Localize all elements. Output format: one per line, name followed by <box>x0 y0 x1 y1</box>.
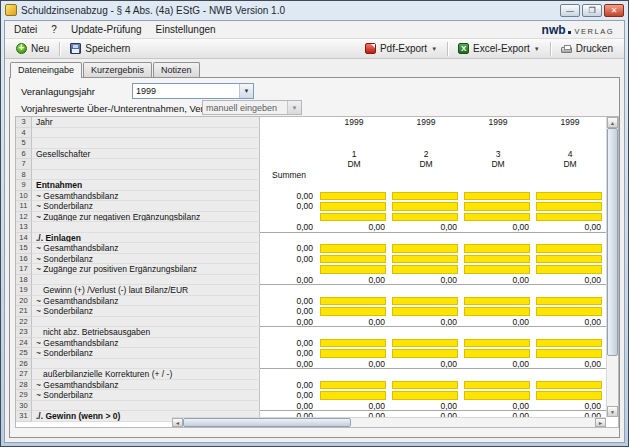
input-cell[interactable] <box>536 213 602 222</box>
input-cell[interactable] <box>392 297 458 306</box>
row-number: 27 <box>16 369 32 380</box>
input-cell[interactable] <box>392 349 458 358</box>
input-cell[interactable] <box>320 339 386 348</box>
tabstrip: DateneingabeKurzergebnisNotizen <box>5 59 624 77</box>
input-cell[interactable] <box>464 255 530 264</box>
summen-value: 0,00 <box>260 222 318 233</box>
input-cell[interactable] <box>464 391 530 400</box>
input-cell[interactable] <box>392 381 458 390</box>
menu-item-einstellungen[interactable]: Einstellungen <box>149 23 223 36</box>
row-label <box>32 222 260 233</box>
input-cell[interactable] <box>464 265 530 274</box>
close-button[interactable]: ✕ <box>604 4 624 17</box>
maximize-button[interactable]: ❐ <box>582 4 602 17</box>
vertical-scroll-track[interactable] <box>607 356 618 406</box>
grid-cell <box>462 138 534 149</box>
input-cell[interactable] <box>320 381 386 390</box>
input-cell[interactable] <box>464 202 530 211</box>
input-cell[interactable] <box>464 213 530 222</box>
input-cell[interactable] <box>536 307 602 316</box>
input-cell[interactable] <box>392 339 458 348</box>
input-cell[interactable] <box>536 297 602 306</box>
input-cell[interactable] <box>464 297 530 306</box>
menu-item-update-pr-fung[interactable]: Update-Prüfung <box>64 23 149 36</box>
minimize-button[interactable]: — <box>560 4 580 17</box>
input-cell[interactable] <box>464 307 530 316</box>
input-cell[interactable] <box>536 202 602 211</box>
chevron-down-icon[interactable]: ▼ <box>431 46 437 52</box>
input-cell[interactable] <box>392 307 458 316</box>
input-cell[interactable] <box>320 349 386 358</box>
excel-export-button[interactable]: Excel-Export▼ <box>451 41 547 56</box>
grid-cell: 0,00 <box>534 275 606 286</box>
input-cell[interactable] <box>392 202 458 211</box>
input-cell[interactable] <box>320 202 386 211</box>
scroll-right-icon[interactable]: ► <box>595 418 606 427</box>
input-cell[interactable] <box>392 391 458 400</box>
input-cell[interactable] <box>392 265 458 274</box>
grid-cell: 0,00 <box>318 359 390 370</box>
row-label <box>32 359 260 370</box>
scroll-left-icon[interactable]: ◄ <box>172 418 183 427</box>
drucken-button[interactable]: Drucken <box>554 41 620 56</box>
grid-cell <box>390 296 462 307</box>
input-cell[interactable] <box>536 381 602 390</box>
input-cell[interactable] <box>464 339 530 348</box>
tab-kurzergebnis[interactable]: Kurzergebnis <box>83 62 152 77</box>
input-cell[interactable] <box>464 244 530 253</box>
input-cell[interactable] <box>536 255 602 264</box>
neu-button[interactable]: Neu <box>9 41 56 56</box>
chevron-down-icon[interactable]: ▼ <box>534 46 540 52</box>
grid-cell: 1999 <box>534 117 606 128</box>
input-cell[interactable] <box>320 244 386 253</box>
input-cell[interactable] <box>536 339 602 348</box>
horizontal-scroll-thumb[interactable] <box>183 418 351 427</box>
summen-header: Summen <box>260 170 318 181</box>
input-cell[interactable] <box>320 192 386 201</box>
input-cell[interactable] <box>536 192 602 201</box>
grid-row: 16~ Sonderbilanz0,00 <box>16 254 606 265</box>
vertical-scrollbar[interactable]: ▲ ▼ <box>606 117 618 417</box>
grid-cell <box>462 128 534 139</box>
chevron-down-icon[interactable]: ▼ <box>239 84 253 98</box>
input-cell[interactable] <box>464 381 530 390</box>
horizontal-scrollbar[interactable]: ◄ ► <box>172 417 606 427</box>
input-cell[interactable] <box>320 213 386 222</box>
grid-row: 28~ Gesamthandsbilanz0,00 <box>16 380 606 391</box>
horizontal-scroll-track[interactable] <box>351 418 595 427</box>
veranlagungsjahr-select[interactable]: 1999 ▼ <box>132 83 254 99</box>
menu-item-item[interactable]: ? <box>44 23 64 36</box>
input-cell[interactable] <box>536 391 602 400</box>
input-cell[interactable] <box>392 244 458 253</box>
grid-cell <box>318 390 390 401</box>
input-cell[interactable] <box>464 349 530 358</box>
input-cell[interactable] <box>392 255 458 264</box>
input-cell[interactable] <box>320 255 386 264</box>
speichern-button[interactable]: Speichern <box>63 41 137 56</box>
input-cell[interactable] <box>320 265 386 274</box>
input-cell[interactable] <box>392 213 458 222</box>
toolbar: NeuSpeichern Pdf-Export▼Excel-Export▼Dru… <box>5 39 624 59</box>
menu-item-datei[interactable]: Datei <box>7 23 44 36</box>
input-cell[interactable] <box>392 192 458 201</box>
input-cell[interactable] <box>536 265 602 274</box>
input-cell[interactable] <box>320 297 386 306</box>
row-label: ~ Sonderbilanz <box>32 306 260 317</box>
input-cell[interactable] <box>536 349 602 358</box>
scroll-down-icon[interactable]: ▼ <box>607 406 618 417</box>
grid-cell: 0,00 <box>318 275 390 286</box>
scroll-up-icon[interactable]: ▲ <box>607 117 618 128</box>
input-cell[interactable] <box>320 391 386 400</box>
pdf-export-button[interactable]: Pdf-Export▼ <box>358 41 444 56</box>
tab-dateneingabe[interactable]: Dateneingabe <box>10 62 82 78</box>
summen-value <box>260 138 318 149</box>
print-icon <box>561 47 572 53</box>
vertical-scroll-thumb[interactable] <box>607 128 618 356</box>
summen-value <box>260 327 318 338</box>
input-cell[interactable] <box>536 244 602 253</box>
input-cell[interactable] <box>464 192 530 201</box>
input-cell[interactable] <box>320 307 386 316</box>
tab-notizen[interactable]: Notizen <box>153 62 200 77</box>
summen-value <box>260 233 318 244</box>
grid-cell: 0,00 <box>534 317 606 328</box>
